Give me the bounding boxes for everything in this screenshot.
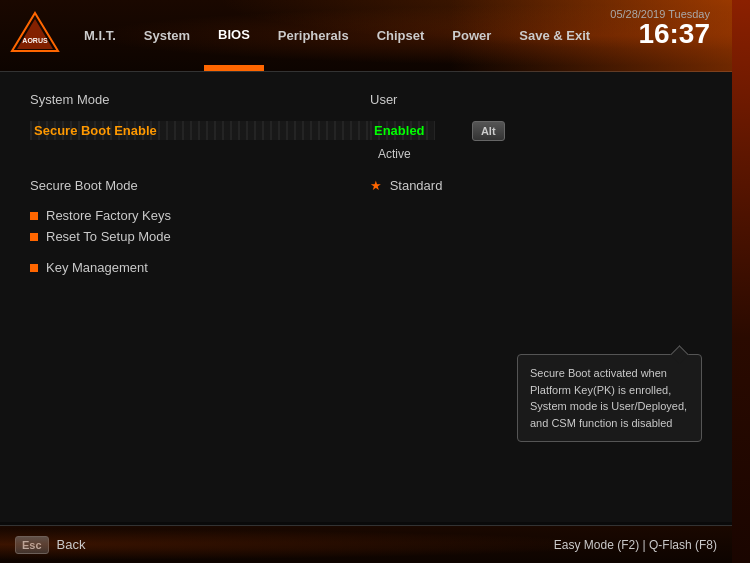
secure-boot-active-label: Active	[378, 147, 411, 161]
key-management-section: Key Management	[30, 259, 702, 276]
system-mode-value: User	[370, 92, 397, 107]
aorus-logo: AORUS	[10, 11, 60, 61]
nav-item-mit[interactable]: M.I.T.	[70, 0, 130, 71]
main-content: System Mode User Secure Boot Enable Enab…	[0, 72, 732, 522]
nav-item-chipset[interactable]: Chipset	[363, 0, 439, 71]
back-label: Back	[57, 537, 86, 552]
nav-item-power[interactable]: Power	[438, 0, 505, 71]
reset-to-setup-mode-label: Reset To Setup Mode	[46, 229, 171, 244]
esc-key[interactable]: Esc	[15, 536, 49, 554]
system-mode-label: System Mode	[30, 92, 370, 107]
svg-text:AORUS: AORUS	[22, 37, 48, 44]
time-display: 16:37	[610, 20, 710, 48]
bullet-icon	[30, 212, 38, 220]
tooltip-text: Secure Boot activated when Platform Key(…	[530, 367, 687, 429]
secure-boot-enable-value-container: Enabled Alt	[370, 121, 435, 140]
secure-boot-mode-value: ★ Standard	[370, 178, 442, 193]
key-management-label: Key Management	[46, 260, 148, 275]
secure-boot-mode-label: Secure Boot Mode	[30, 178, 370, 193]
secure-boot-enable-label: Secure Boot Enable	[30, 121, 370, 140]
datetime: 05/28/2019 Tuesday 16:37	[610, 8, 710, 48]
nav-item-save-exit[interactable]: Save & Exit	[505, 0, 604, 71]
bullet-icon	[30, 264, 38, 272]
restore-factory-keys-item[interactable]: Restore Factory Keys	[30, 207, 702, 224]
system-mode-row: System Mode User	[30, 92, 702, 107]
secure-boot-mode-row: Secure Boot Mode ★ Standard	[30, 178, 702, 193]
right-decorative-bar	[732, 0, 750, 563]
nav-item-bios[interactable]: BIOS	[204, 0, 264, 71]
secure-boot-enable-value: Enabled	[370, 121, 435, 140]
bullet-icon	[30, 233, 38, 241]
alt-button[interactable]: Alt	[472, 121, 505, 141]
tooltip-box: Secure Boot activated when Platform Key(…	[517, 354, 702, 442]
reset-to-setup-mode-item[interactable]: Reset To Setup Mode	[30, 228, 702, 245]
star-icon: ★	[370, 178, 382, 193]
nav-item-system[interactable]: System	[130, 0, 204, 71]
secure-boot-enable-section: Secure Boot Enable Enabled Alt Active	[30, 121, 702, 162]
footer: Esc Back Easy Mode (F2) | Q-Flash (F8)	[0, 525, 732, 563]
nav-item-peripherals[interactable]: Peripherals	[264, 0, 363, 71]
footer-shortcuts: Easy Mode (F2) | Q-Flash (F8)	[554, 538, 717, 552]
secure-boot-enable-row[interactable]: Secure Boot Enable Enabled Alt	[30, 121, 702, 140]
header: AORUS M.I.T. System BIOS Peripherals Chi…	[0, 0, 750, 72]
restore-factory-keys-label: Restore Factory Keys	[46, 208, 171, 223]
key-management-item[interactable]: Key Management	[30, 259, 702, 276]
logo-area: AORUS	[0, 6, 70, 66]
